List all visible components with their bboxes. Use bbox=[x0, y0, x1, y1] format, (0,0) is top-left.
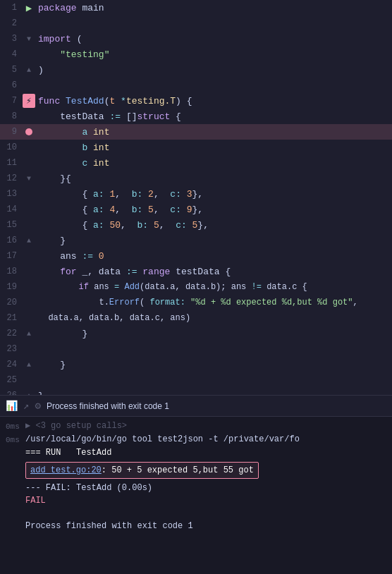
terminal-status-label: Process finished with exit code 1 bbox=[47, 401, 386, 411]
fold-icon-12[interactable]: ▼ bbox=[27, 175, 31, 183]
code-line-21: 21 data.a, data.b, data.c, ans) bbox=[0, 310, 392, 326]
code-line-3: 3 ▼ import ( bbox=[0, 31, 392, 47]
breakpoint-icon[interactable] bbox=[25, 128, 32, 135]
code-line-22: 22 ▲ } bbox=[0, 326, 392, 341]
code-line-24: 24 ▲ } bbox=[0, 357, 392, 372]
code-line-13: 13 { a: 1, b: 2, c: 3}, bbox=[0, 186, 392, 202]
code-line-16: 16 ▲ } bbox=[0, 233, 392, 248]
terminal-finish-label: Process finished with exit code 1 bbox=[25, 520, 386, 532]
terminal-toolbar: 📊 ↗ ⚙ Process finished with exit code 1 bbox=[0, 396, 392, 417]
code-line-17: 17 ans := 0 bbox=[0, 248, 392, 264]
code-line-25: 25 bbox=[0, 372, 392, 388]
code-line-20: 20 t.Errorf( format: "%d + %d expected %… bbox=[0, 295, 392, 310]
code-line-7: 7 ⚡ func TestAdd(t *testing.T) { bbox=[0, 93, 392, 109]
terminal-line-error: add_test.go:20: 50 + 5 expected 5,but 55… bbox=[6, 460, 386, 480]
terminal-line-finished: Process finished with exit code 1 bbox=[6, 520, 386, 532]
fold-icon-24[interactable]: ▲ bbox=[27, 361, 31, 369]
code-line-6: 6 bbox=[0, 78, 392, 93]
code-line-5: 5 ▲ ) bbox=[0, 62, 392, 78]
terminal-line-3: === RUN TestAdd bbox=[6, 446, 386, 459]
code-line-26: 26 ▲ } bbox=[0, 388, 392, 395]
terminal-time-2: 0ms bbox=[6, 433, 25, 446]
code-line-18: 18 for _, data := range testData { bbox=[0, 264, 392, 279]
terminal-fail-label: --- FAIL: TestAdd (0.00s) bbox=[25, 482, 386, 494]
terminal-line-blank bbox=[6, 507, 386, 520]
code-line-8: 8 testData := []struct { bbox=[0, 109, 392, 124]
code-line-1: 1 ▶ package main bbox=[0, 0, 392, 16]
terminal-line-fail: --- FAIL: TestAdd (0.00s) bbox=[6, 482, 386, 494]
debug-icon: ⚡ bbox=[23, 94, 35, 108]
code-line-11: 11 c int bbox=[0, 155, 392, 171]
code-line-23: 23 bbox=[0, 341, 392, 357]
terminal-icon-chart[interactable]: 📊 bbox=[6, 400, 18, 412]
line-content-1: package main bbox=[35, 3, 392, 13]
fold-icon-26[interactable]: ▲ bbox=[27, 392, 31, 396]
terminal-run-label: === RUN TestAdd bbox=[25, 446, 386, 459]
code-line-9: 9 a int bbox=[0, 124, 392, 140]
terminal-body[interactable]: 0ms ▶ <3 go setup calls> 0ms /usr/local/… bbox=[0, 417, 392, 574]
fold-icon-16[interactable]: ▲ bbox=[27, 237, 31, 245]
terminal-line-fail2: FAIL bbox=[6, 494, 386, 507]
fold-icon-3[interactable]: ▼ bbox=[27, 35, 31, 43]
arrow-icon: ▶ bbox=[26, 2, 32, 14]
error-box: add_test.go:20: 50 + 5 expected 5,but 55… bbox=[25, 462, 259, 479]
code-line-10: 10 b int bbox=[0, 140, 392, 155]
code-line-15: 15 { a: 50, b: 5, c: 5}, bbox=[0, 217, 392, 233]
code-line-4: 4 "testing" bbox=[0, 47, 392, 62]
terminal-content-1: ▶ <3 go setup calls> bbox=[25, 420, 386, 432]
terminal-fail2-label: FAIL bbox=[25, 494, 386, 507]
code-line-12: 12 ▼ }{ bbox=[0, 171, 392, 186]
fold-icon-5[interactable]: ▲ bbox=[27, 66, 31, 74]
line-number-1: 1 bbox=[0, 3, 23, 13]
code-line-2: 2 bbox=[0, 16, 392, 31]
terminal-panel: 📊 ↗ ⚙ Process finished with exit code 1 … bbox=[0, 395, 392, 574]
code-line-19: 19 if ans = Add(data.a, data.b); ans != … bbox=[0, 279, 392, 295]
editor-area: 1 ▶ package main 2 3 ▼ import ( 4 "testi… bbox=[0, 0, 392, 395]
fold-icon-22[interactable]: ▲ bbox=[27, 330, 31, 338]
terminal-line-1: 0ms ▶ <3 go setup calls> bbox=[6, 420, 386, 433]
terminal-time-1: 0ms bbox=[6, 420, 25, 433]
terminal-content-2: /usr/local/go/bin/go tool test2json -t /… bbox=[25, 433, 386, 446]
code-line-14: 14 { a: 4, b: 5, c: 9}, bbox=[0, 202, 392, 217]
terminal-icon-open[interactable]: ↗ bbox=[23, 400, 29, 412]
error-link[interactable]: add_test.go:20 bbox=[30, 465, 102, 475]
terminal-line-2: 0ms /usr/local/go/bin/go tool test2json … bbox=[6, 433, 386, 446]
error-text: : 50 + 5 expected 5,but 55 got bbox=[102, 465, 254, 475]
gutter-1: ▶ bbox=[23, 2, 35, 14]
terminal-icon-settings[interactable]: ⚙ bbox=[35, 400, 40, 412]
